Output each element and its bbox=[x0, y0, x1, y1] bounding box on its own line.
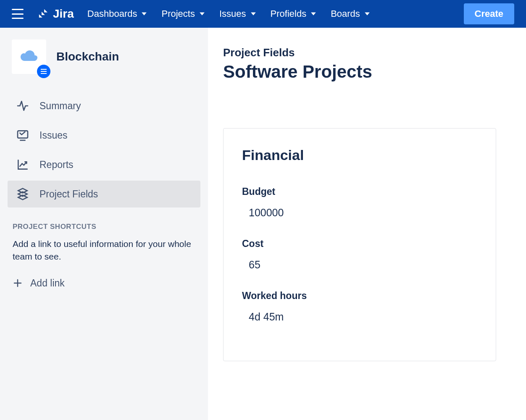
activity-icon bbox=[16, 99, 29, 113]
sidebar-item-label: Reports bbox=[39, 159, 74, 171]
sidebar: Blockchain Summary Issues Reports bbox=[0, 28, 208, 420]
menu-icon[interactable] bbox=[12, 9, 24, 19]
nav-label: Issues bbox=[219, 8, 246, 19]
create-button[interactable]: Create bbox=[464, 3, 514, 24]
field-label: Worked hours bbox=[242, 290, 477, 302]
page-label: Project Fields bbox=[223, 46, 511, 59]
layout: Blockchain Summary Issues Reports bbox=[0, 28, 526, 420]
sidebar-item-reports[interactable]: Reports bbox=[8, 151, 200, 178]
project-header: Blockchain bbox=[8, 39, 200, 74]
shortcuts-heading: PROJECT SHORTCUTS bbox=[13, 223, 195, 231]
monitor-icon bbox=[16, 129, 29, 142]
chevron-down-icon bbox=[250, 11, 256, 17]
fields-icon bbox=[16, 187, 29, 201]
cloud-icon bbox=[17, 48, 41, 65]
chevron-down-icon bbox=[141, 11, 147, 17]
nav-issues[interactable]: Issues bbox=[219, 8, 256, 19]
sidebar-nav: Summary Issues Reports Project Fields bbox=[8, 92, 200, 207]
add-link-label: Add link bbox=[30, 278, 65, 289]
nav-label: Projects bbox=[161, 8, 195, 19]
chart-icon bbox=[16, 158, 29, 171]
sidebar-item-label: Project Fields bbox=[39, 189, 98, 200]
sidebar-item-issues[interactable]: Issues bbox=[8, 122, 200, 149]
nav-projects[interactable]: Projects bbox=[161, 8, 205, 19]
sidebar-item-summary[interactable]: Summary bbox=[8, 92, 200, 119]
nav-boards[interactable]: Boards bbox=[331, 8, 370, 19]
nav-items: Dashboards Projects Issues Profields Boa… bbox=[87, 8, 460, 19]
sidebar-item-label: Summary bbox=[39, 100, 81, 112]
financial-panel: Financial Budget 100000 Cost 65 Worked h… bbox=[223, 128, 496, 361]
chevron-down-icon bbox=[364, 11, 370, 17]
field-cost: Cost 65 bbox=[242, 238, 477, 271]
jira-mark-icon bbox=[39, 8, 50, 20]
chevron-down-icon bbox=[310, 11, 316, 17]
panel-title: Financial bbox=[242, 147, 477, 163]
nav-label: Profields bbox=[271, 8, 307, 19]
chevron-down-icon bbox=[199, 11, 205, 17]
jira-wordmark: Jira bbox=[53, 7, 74, 21]
field-value: 65 bbox=[242, 259, 477, 271]
nav-label: Boards bbox=[331, 8, 360, 19]
add-link-button[interactable]: Add link bbox=[13, 275, 195, 291]
jira-logo[interactable]: Jira bbox=[39, 7, 74, 21]
field-worked-hours: Worked hours 4d 45m bbox=[242, 290, 477, 323]
sidebar-item-project-fields[interactable]: Project Fields bbox=[8, 181, 200, 207]
project-name: Blockchain bbox=[56, 50, 119, 63]
top-nav: Jira Dashboards Projects Issues Profield… bbox=[0, 0, 526, 28]
field-budget: Budget 100000 bbox=[242, 186, 477, 219]
field-value: 4d 45m bbox=[242, 311, 477, 323]
field-value: 100000 bbox=[242, 207, 477, 219]
nav-profields[interactable]: Profields bbox=[271, 8, 317, 19]
nav-label: Dashboards bbox=[87, 8, 137, 19]
field-label: Budget bbox=[242, 186, 477, 197]
project-avatar[interactable] bbox=[12, 39, 46, 74]
main-content: Project Fields Software Projects Financi… bbox=[208, 28, 526, 420]
shortcuts-text: Add a link to useful information for you… bbox=[13, 238, 195, 263]
nav-dashboards[interactable]: Dashboards bbox=[87, 8, 147, 19]
avatar-badge-icon bbox=[37, 65, 50, 78]
plus-icon bbox=[13, 278, 23, 288]
shortcuts-section: PROJECT SHORTCUTS Add a link to useful i… bbox=[8, 223, 200, 291]
page-title: Software Projects bbox=[223, 62, 511, 82]
sidebar-item-label: Issues bbox=[39, 130, 67, 141]
field-label: Cost bbox=[242, 238, 477, 249]
